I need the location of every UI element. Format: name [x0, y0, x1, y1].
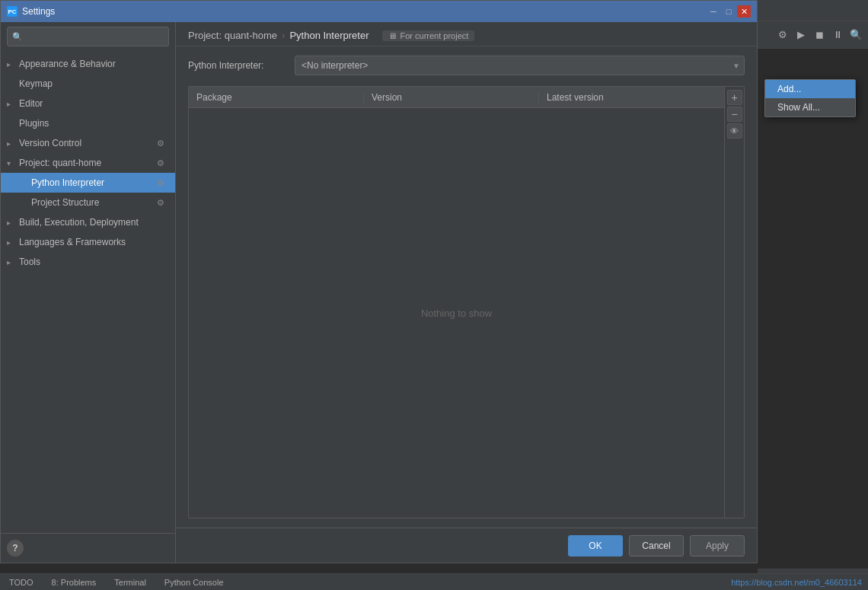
sidebar-item-build[interactable]: ▸ Build, Execution, Deployment [1, 212, 175, 232]
sidebar-item-languages[interactable]: ▸ Languages & Frameworks [1, 232, 175, 252]
sidebar-bottom: ? [1, 533, 175, 563]
config-icon: ⚙ [157, 198, 169, 208]
sidebar-item-label: Version Control [19, 138, 157, 148]
apply-button[interactable]: Apply [690, 535, 745, 557]
monitor-icon: 🖥 [388, 31, 397, 40]
sidebar-item-appearance[interactable]: ▸ Appearance & Behavior [1, 54, 175, 74]
minimize-button[interactable]: ─ [707, 5, 720, 18]
config-icon: ⚙ [157, 178, 169, 188]
interpreter-select-wrapper: <No interpreter> ▼ [295, 56, 745, 75]
sidebar-item-keymap[interactable]: Keymap [1, 74, 175, 94]
dialog-title: Settings [22, 6, 55, 17]
col-version-header: Version [364, 92, 539, 103]
add-package-button[interactable]: + [727, 90, 742, 105]
sidebar-item-python-interpreter[interactable]: Python Interpreter ⚙ [1, 173, 175, 193]
sidebar: 🔍 ▸ Appearance & Behavior Keymap ▸ Edito… [1, 22, 176, 563]
gear-icon[interactable]: ⚙ [775, 27, 790, 43]
breadcrumb-separator: › [282, 30, 285, 41]
dialog-icon: PC [7, 6, 18, 17]
package-table-inner: Package Version Latest version Nothing t… [189, 87, 724, 518]
dialog-title-content: PC Settings [7, 6, 55, 17]
content-area: Python Interpreter: <No interpreter> ▼ P… [176, 46, 757, 528]
nav-tree: ▸ Appearance & Behavior Keymap ▸ Editor … [1, 51, 175, 533]
table-body: Nothing to show [189, 108, 724, 518]
sidebar-item-plugins[interactable]: Plugins [1, 113, 175, 133]
breadcrumb: Project: quant-home › Python Interpreter… [176, 22, 757, 46]
sidebar-item-label: Build, Execution, Deployment [19, 217, 169, 228]
table-header: Package Version Latest version [189, 87, 724, 108]
sidebar-item-label: Plugins [19, 118, 169, 129]
col-latest-header: Latest version [539, 92, 724, 103]
for-project-label: For current project [400, 31, 468, 40]
arrow-icon: ▸ [7, 60, 19, 69]
interpreter-select[interactable]: <No interpreter> [295, 56, 745, 75]
interpreter-row: Python Interpreter: <No interpreter> ▼ [188, 56, 745, 75]
dialog-body: 🔍 ▸ Appearance & Behavior Keymap ▸ Edito… [1, 22, 757, 563]
arrow-icon: ▸ [7, 100, 19, 108]
config-icon: ⚙ [157, 158, 169, 168]
ide-body [758, 49, 868, 569]
pause-icon[interactable]: ⏸ [830, 27, 845, 43]
dialog-footer: OK Cancel Apply [176, 528, 757, 563]
for-project-badge: 🖥 For current project [382, 30, 474, 41]
breadcrumb-current: Python Interpreter [289, 30, 369, 41]
ide-top-bar [758, 0, 868, 21]
sidebar-item-project[interactable]: ▾ Project: quant-home ⚙ [1, 153, 175, 173]
sidebar-item-version-control[interactable]: ▸ Version Control ⚙ [1, 133, 175, 153]
sidebar-item-editor[interactable]: ▸ Editor [1, 94, 175, 113]
arrow-icon: ▸ [7, 218, 19, 227]
sidebar-item-label: Python Interpreter [31, 177, 157, 188]
config-icon: ⚙ [157, 139, 169, 148]
sidebar-item-tools[interactable]: ▸ Tools [1, 252, 175, 272]
arrow-icon: ▸ [7, 238, 19, 247]
cancel-button[interactable]: Cancel [629, 535, 684, 557]
status-tab-todo[interactable]: TODO [6, 574, 37, 590]
empty-message: Nothing to show [421, 308, 492, 319]
help-button[interactable]: ? [7, 540, 24, 557]
maximize-button[interactable]: □ [722, 5, 736, 18]
status-link[interactable]: https://blog.csdn.net/m0_46603114 [731, 578, 862, 587]
sidebar-item-label: Languages & Frameworks [19, 237, 169, 247]
settings-dialog: PC Settings ─ □ ✕ 🔍 ▸ Appearance & Behav… [0, 0, 758, 563]
search-box[interactable]: 🔍 [7, 27, 169, 46]
interpreter-dropdown-popup: Add... Show All... [764, 79, 856, 117]
col-package-header: Package [189, 92, 364, 103]
remove-package-button[interactable]: − [727, 107, 742, 122]
show-all-interpreters-option[interactable]: Show All... [765, 98, 855, 116]
sidebar-item-label: Project: quant-home [19, 158, 157, 168]
main-content: Project: quant-home › Python Interpreter… [176, 22, 757, 563]
ide-toolbar: ⚙ ▶ ◼ ⏸ 🔍 [758, 21, 868, 49]
status-tab-problems[interactable]: 8: Problems [49, 574, 100, 590]
dialog-title-bar: PC Settings ─ □ ✕ [1, 1, 757, 22]
arrow-icon: ▾ [7, 159, 19, 167]
close-button[interactable]: ✕ [737, 5, 751, 18]
arrow-icon: ▸ [7, 139, 19, 148]
table-actions: + − 👁 [724, 87, 744, 518]
stop-icon[interactable]: ◼ [812, 27, 827, 43]
search-icon[interactable]: 🔍 [848, 27, 863, 43]
sidebar-item-label: Appearance & Behavior [19, 59, 169, 69]
sidebar-item-label: Editor [19, 98, 169, 109]
sidebar-item-label: Project Structure [31, 197, 157, 208]
add-interpreter-option[interactable]: Add... [765, 80, 855, 98]
sidebar-item-label: Keymap [19, 78, 169, 89]
status-bar: TODO 8: Problems Terminal Python Console… [0, 573, 868, 590]
sidebar-item-label: Tools [19, 257, 169, 267]
ok-button[interactable]: OK [568, 535, 623, 557]
breadcrumb-project: Project: quant-home [188, 30, 277, 41]
package-table: Package Version Latest version Nothing t… [188, 86, 745, 518]
arrow-icon: ▸ [7, 258, 19, 266]
interpreter-label: Python Interpreter: [188, 60, 287, 71]
show-details-button[interactable]: 👁 [727, 123, 742, 139]
status-tab-python-console[interactable]: Python Console [161, 574, 227, 590]
dialog-title-actions: ─ □ ✕ [707, 5, 751, 18]
sidebar-item-project-structure[interactable]: Project Structure ⚙ [1, 193, 175, 212]
status-tab-terminal[interactable]: Terminal [111, 574, 149, 590]
run-icon[interactable]: ▶ [793, 27, 809, 43]
search-icon: 🔍 [12, 32, 23, 42]
search-input[interactable] [26, 31, 164, 42]
